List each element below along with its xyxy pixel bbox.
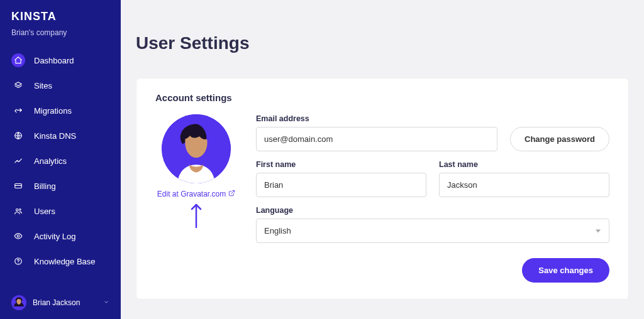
avatar bbox=[162, 114, 231, 183]
home-icon bbox=[11, 53, 25, 67]
email-field[interactable] bbox=[256, 127, 497, 151]
avatar-column: Edit at Gravatar.com bbox=[155, 114, 237, 283]
sidebar-item-migrations[interactable]: Migrations bbox=[0, 99, 121, 122]
sidebar-item-label: Knowledge Base bbox=[34, 257, 96, 266]
sidebar-item-label: Kinsta DNS bbox=[34, 131, 76, 141]
sidebar-nav: DashboardSitesMigrationsKinsta DNSAnalyt… bbox=[0, 48, 121, 273]
sidebar-item-label: Migrations bbox=[34, 106, 72, 116]
sidebar-item-activity-log[interactable]: Activity Log bbox=[0, 224, 121, 248]
sidebar-item-label: Billing bbox=[34, 181, 56, 191]
svg-line-1 bbox=[231, 190, 235, 193]
sidebar-item-analytics[interactable]: Analytics bbox=[0, 149, 121, 173]
sidebar: KINSTA Brian's company DashboardSitesMig… bbox=[0, 0, 121, 319]
sidebar-item-label: Users bbox=[34, 207, 55, 216]
sidebar-profile[interactable]: Brian Jackson bbox=[0, 286, 121, 319]
last-name-label: Last name bbox=[439, 160, 609, 169]
globe-icon bbox=[11, 129, 25, 143]
language-label: Language bbox=[256, 206, 609, 215]
profile-name: Brian Jackson bbox=[33, 298, 80, 307]
sidebar-item-dashboard[interactable]: Dashboard bbox=[0, 48, 121, 72]
section-heading: Account settings bbox=[155, 92, 609, 103]
fields-column: Email address Change password First name… bbox=[256, 114, 609, 283]
users-icon bbox=[11, 204, 25, 218]
company-name: Brian's company bbox=[0, 28, 121, 48]
sidebar-item-billing[interactable]: Billing bbox=[0, 174, 121, 198]
card-icon bbox=[11, 179, 25, 193]
help-icon bbox=[11, 254, 25, 268]
layers-icon bbox=[11, 78, 25, 92]
sidebar-item-label: Analytics bbox=[34, 156, 67, 166]
page-title: User Settings bbox=[121, 12, 644, 66]
sidebar-item-label: Activity Log bbox=[34, 232, 75, 241]
external-link-icon bbox=[228, 190, 235, 198]
chevron-down-icon bbox=[103, 298, 109, 307]
sidebar-item-sites[interactable]: Sites bbox=[0, 73, 121, 97]
first-name-field[interactable] bbox=[256, 173, 426, 197]
edit-gravatar-link[interactable]: Edit at Gravatar.com bbox=[157, 190, 235, 198]
chart-icon bbox=[11, 154, 25, 168]
brand-logo: KINSTA bbox=[0, 10, 121, 28]
account-settings-card: Account settings Edit at Gravatar.com bbox=[136, 78, 629, 300]
migrate-icon bbox=[11, 104, 25, 117]
eye-icon bbox=[11, 229, 25, 243]
email-label: Email address bbox=[256, 114, 497, 123]
sidebar-item-label: Dashboard bbox=[34, 56, 74, 65]
language-select[interactable] bbox=[256, 219, 609, 243]
main-content: User Settings Account settings Edit at G… bbox=[121, 0, 644, 319]
sidebar-item-kinsta-dns[interactable]: Kinsta DNS bbox=[0, 124, 121, 148]
save-changes-button[interactable]: Save changes bbox=[522, 258, 609, 283]
change-password-button[interactable]: Change password bbox=[510, 127, 609, 151]
gravatar-link-label: Edit at Gravatar.com bbox=[157, 190, 226, 198]
sidebar-item-label: Sites bbox=[34, 81, 52, 90]
sidebar-item-knowledge-base[interactable]: Knowledge Base bbox=[0, 249, 121, 273]
last-name-field[interactable] bbox=[439, 173, 609, 197]
avatar-small bbox=[11, 295, 26, 310]
arrow-up-icon bbox=[190, 202, 203, 231]
first-name-label: First name bbox=[256, 160, 426, 169]
sidebar-item-users[interactable]: Users bbox=[0, 199, 121, 223]
